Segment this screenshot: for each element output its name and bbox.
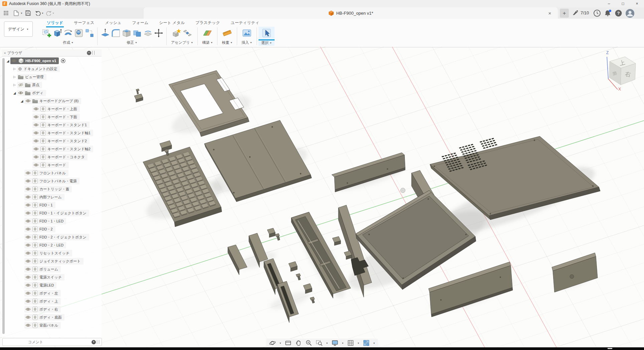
tree-row-0[interactable]: ◢>HB-F900_open v1	[2, 57, 102, 65]
tree-row-5[interactable]: ◢>キーボードグループ (8)	[2, 97, 102, 105]
tree-row-33[interactable]: >背面パネル	[2, 321, 102, 329]
tree-row-21[interactable]: >FDD・2	[2, 225, 102, 233]
split-body-icon[interactable]	[143, 28, 153, 38]
tree-row-6[interactable]: >キーボード・上面	[2, 105, 102, 113]
tree-row-29[interactable]: >ボディ・左	[2, 289, 102, 297]
file-menu-caret[interactable]: ▼	[20, 12, 23, 14]
visibility-eye-icon[interactable]: >	[25, 203, 31, 207]
extrude-icon[interactable]	[52, 28, 62, 38]
tree-row-20[interactable]: >FDD・1・LED	[2, 217, 102, 225]
press-pull-icon[interactable]	[100, 28, 110, 38]
tree-row-1[interactable]: ▷⚙ドキュメントの設定	[2, 65, 102, 73]
extensions-badge[interactable]: 7/10	[572, 9, 589, 16]
visibility-eye-icon[interactable]: >	[33, 107, 39, 111]
visibility-eye-icon[interactable]: >	[25, 211, 31, 215]
maximize-button[interactable]: □	[616, 0, 630, 7]
visibility-eye-icon[interactable]: >	[25, 323, 31, 327]
comment-drag-handle[interactable]	[97, 340, 99, 344]
display-settings-icon[interactable]	[331, 339, 339, 347]
measure-icon[interactable]	[222, 28, 232, 38]
visibility-eye-icon[interactable]: >	[33, 147, 39, 151]
tab-utilities[interactable]: ユーティリティ	[230, 19, 260, 27]
display-settings-caret[interactable]: ▼	[342, 342, 344, 344]
move-copy-icon[interactable]	[154, 28, 164, 38]
fillet-icon[interactable]	[111, 28, 121, 38]
workspace-dropdown[interactable]: デザイン▼	[4, 21, 33, 37]
visibility-eye-icon[interactable]: >	[33, 115, 39, 119]
expanded-arrow-icon[interactable]: ◢	[5, 59, 10, 63]
collapsed-arrow-icon[interactable]: ▷	[12, 83, 17, 86]
orbit-icon[interactable]	[269, 339, 276, 347]
expanded-arrow-icon[interactable]: ◢	[12, 91, 17, 95]
tree-row-11[interactable]: >キーボード・スタンド軸2	[2, 145, 102, 153]
visibility-eye-icon[interactable]: >	[25, 99, 31, 103]
visibility-eye-icon[interactable]: >	[25, 267, 31, 271]
tree-row-13[interactable]: >キーボード	[2, 161, 102, 169]
visibility-eye-icon[interactable]: >	[25, 275, 31, 279]
document-tab[interactable]: HB-F900_open v1* ×	[144, 7, 558, 19]
group-construct-dropdown[interactable]: 構築▼	[199, 39, 215, 45]
viewports-icon[interactable]	[362, 339, 370, 347]
group-modify-dropdown[interactable]: 修正▼	[124, 39, 140, 45]
tab-mesh[interactable]: メッシュ	[104, 19, 122, 27]
revolve-icon[interactable]	[63, 28, 73, 38]
tree-row-9[interactable]: >キーボード・スタンド軸1	[2, 129, 102, 137]
zoom-icon[interactable]	[305, 339, 313, 347]
app-grid-menu-icon[interactable]	[2, 9, 10, 17]
tree-row-14[interactable]: >フロントパネル	[2, 169, 102, 177]
visibility-eye-icon[interactable]: >	[25, 243, 31, 247]
visibility-eye-icon[interactable]: >	[25, 259, 31, 263]
minimize-button[interactable]: –	[602, 0, 616, 7]
hole-icon[interactable]	[74, 28, 84, 38]
visibility-eye-icon[interactable]: >	[33, 123, 39, 127]
look-at-icon[interactable]	[285, 339, 292, 347]
tree-row-24[interactable]: >リセットスイッチ	[2, 249, 102, 257]
job-status-icon[interactable]	[593, 9, 601, 17]
visibility-eye-icon[interactable]: >	[25, 315, 31, 319]
redo-icon[interactable]	[45, 9, 53, 17]
tree-row-30[interactable]: >ボディ・上	[2, 297, 102, 305]
zoom-window-icon[interactable]	[316, 339, 323, 347]
visibility-eye-icon[interactable]: >	[33, 155, 39, 159]
group-insert-dropdown[interactable]: 挿入▼	[239, 39, 255, 45]
tree-row-23[interactable]: >FDD・2・LED	[2, 241, 102, 249]
visibility-eye-icon[interactable]: >	[33, 139, 39, 143]
new-tab-button[interactable]: +	[560, 9, 569, 18]
shell-icon[interactable]	[122, 28, 132, 38]
pattern-icon[interactable]	[85, 28, 95, 38]
visibility-eye-off-icon[interactable]	[18, 83, 23, 87]
comment-input[interactable]	[3, 340, 92, 344]
combine-icon[interactable]	[132, 28, 142, 38]
visibility-eye-icon[interactable]: >	[11, 59, 17, 63]
tree-row-10[interactable]: >キーボード・スタンド2	[2, 137, 102, 145]
tree-row-2[interactable]: ▷ビュー管理	[2, 73, 102, 81]
tree-row-28[interactable]: >電源LED	[2, 281, 102, 289]
tree-row-8[interactable]: >キーボード・スタンド1	[2, 121, 102, 129]
tree-row-3[interactable]: ▷原点	[2, 81, 102, 89]
tab-sheet-metal[interactable]: シート メタル	[158, 19, 185, 27]
visibility-eye-icon[interactable]: >	[25, 187, 31, 191]
tree-row-16[interactable]: >カートリッジ・蓋	[2, 185, 102, 193]
panel-drag-handle[interactable]	[92, 51, 95, 55]
save-icon[interactable]	[24, 9, 32, 17]
user-avatar[interactable]	[625, 9, 633, 16]
activate-radio-icon[interactable]	[61, 58, 65, 63]
tree-row-26[interactable]: >ボリューム	[2, 265, 102, 273]
help-icon[interactable]: ?	[615, 9, 622, 17]
redo-caret[interactable]: ▼	[52, 12, 54, 14]
pan-icon[interactable]	[295, 339, 302, 347]
tree-row-31[interactable]: >ボディ・右	[2, 305, 102, 313]
collapsed-arrow-icon[interactable]: ▷	[12, 75, 17, 78]
tree-row-15[interactable]: >フロントパネル・電源	[2, 177, 102, 185]
view-cube[interactable]: Z X 上 右 前	[600, 48, 641, 91]
visibility-eye-icon[interactable]: >	[25, 291, 31, 295]
new-component-icon[interactable]	[172, 28, 182, 38]
tree-row-18[interactable]: >FDD・1	[2, 201, 102, 209]
tree-row-32[interactable]: >ボディ・底面	[2, 313, 102, 321]
tree-row-17[interactable]: >内部フレーム	[2, 193, 102, 201]
insert-canvas-icon[interactable]	[242, 28, 252, 38]
tree-row-12[interactable]: >キーボード・コネクタ	[2, 153, 102, 161]
grid-settings-icon[interactable]	[347, 339, 354, 347]
tab-solid[interactable]: ソリッド	[46, 19, 64, 27]
close-button[interactable]: ×	[630, 0, 644, 7]
